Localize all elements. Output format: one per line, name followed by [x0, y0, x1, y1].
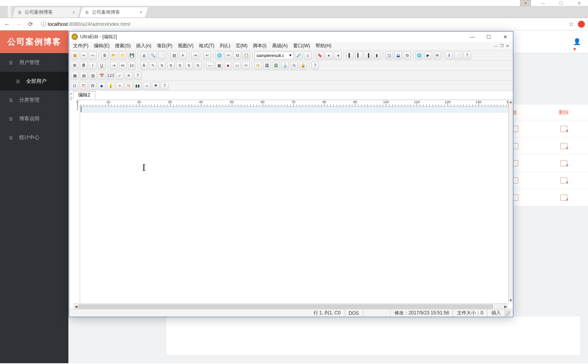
ue-close-button[interactable]: ✕	[500, 33, 511, 41]
align-icon[interactable]: ≡	[179, 52, 187, 59]
menu-format[interactable]: 格式(T)	[197, 42, 217, 50]
url-field[interactable]: ⓘ localhost:8080/a24/admin/index.html	[38, 20, 565, 29]
text-area[interactable]	[80, 107, 508, 303]
google-icon[interactable]: G	[71, 82, 79, 90]
menu-window[interactable]: 窗口(W)	[291, 42, 312, 50]
stop-icon[interactable]: ■	[224, 62, 232, 70]
underline-icon[interactable]: U	[98, 62, 106, 70]
delete-icon[interactable]	[560, 143, 567, 149]
mail-icon[interactable]: ✉	[433, 52, 441, 59]
menu-script[interactable]: 脚本(i)	[251, 42, 269, 50]
page-setup-icon[interactable]: 📄	[158, 52, 166, 59]
mdi-minimize-icon[interactable]: —	[494, 44, 498, 48]
bookmark-next-icon[interactable]: ▸	[325, 52, 333, 59]
grid2-icon[interactable]: ▤	[80, 72, 88, 80]
site-info-icon[interactable]: ⓘ	[41, 21, 46, 28]
style3-icon[interactable]: ↯	[176, 62, 184, 70]
extension-button[interactable]	[578, 21, 585, 28]
sidebar-item-category[interactable]: 🗎 分类管理	[0, 91, 68, 109]
help-context-icon[interactable]: ❔	[454, 52, 462, 59]
find-icon[interactable]: 🔎	[295, 52, 303, 59]
help3-icon[interactable]: ?	[134, 72, 142, 80]
word-wrap-icon[interactable]: ↵	[203, 52, 211, 59]
tag-icon[interactable]: ⌘	[71, 62, 79, 70]
highlight-icon[interactable]: ✎	[149, 62, 157, 70]
flag-icon[interactable]: ⚑	[152, 82, 160, 90]
close-icon[interactable]: ×	[72, 9, 75, 15]
copy-icon[interactable]: ⧉	[233, 52, 241, 59]
new-doc-icon[interactable]: 🗎	[101, 52, 109, 59]
help-icon[interactable]: ?	[463, 52, 471, 59]
wikipedia-icon[interactable]: W	[89, 82, 97, 90]
ue-titlebar[interactable]: U UltraEdit - [编辑2] — ☐ ✕	[69, 32, 513, 42]
live-icon[interactable]: ◆	[98, 82, 106, 90]
encode-icon[interactable]: ¼	[290, 62, 298, 70]
wave-icon[interactable]: ∿	[143, 82, 151, 90]
open-quick-icon[interactable]: 📁	[119, 52, 127, 59]
bookmark-prev-icon[interactable]: ◂	[334, 52, 342, 59]
ue-minimize-button[interactable]: —	[467, 33, 478, 41]
window-icon[interactable]: ▭	[233, 62, 241, 70]
info-icon[interactable]: ℹ	[445, 52, 453, 59]
sidebar-item-blogdesc[interactable]: 🗎 博客说明	[0, 109, 68, 128]
forward-button[interactable]: →	[15, 20, 23, 28]
reload-button[interactable]: ⟳	[27, 20, 34, 28]
indent-icon[interactable]: ⇥	[191, 52, 199, 59]
italic-icon[interactable]: I	[89, 62, 97, 70]
mdi-restore-icon[interactable]: ❐	[500, 44, 504, 48]
mdi-close-icon[interactable]: ✕	[506, 44, 509, 48]
style2-icon[interactable]: ↯	[167, 62, 175, 70]
lock-icon[interactable]: 🔒	[299, 62, 307, 70]
grid-icon[interactable]: ▦	[71, 72, 79, 80]
help2-icon[interactable]: ?	[311, 62, 319, 70]
horizontal-scrollbar[interactable]: ◀ ▶	[73, 303, 508, 309]
close-icon[interactable]: ×	[140, 9, 143, 15]
scroll-thumb[interactable]	[79, 305, 493, 309]
num-list-icon[interactable]: 1≡	[128, 62, 136, 70]
os-maximize-button[interactable]: ☐	[552, 0, 570, 6]
prev-icon[interactable]: ⇦	[80, 52, 88, 59]
delete-icon[interactable]	[560, 126, 567, 132]
web-icon[interactable]: 🌐	[415, 52, 423, 59]
menu-help[interactable]: 帮助(H)	[313, 42, 334, 50]
sidebar-item-stats[interactable]: 🗎 统计中心	[0, 128, 68, 147]
open-folder-icon[interactable]: 📂	[110, 52, 118, 59]
barcode-icon[interactable]: ▮▮	[134, 82, 142, 90]
document-tab[interactable]: 编辑2	[73, 91, 95, 99]
n-icon[interactable]: N	[125, 82, 133, 90]
menu-project[interactable]: 项目(P)	[154, 42, 175, 50]
scroll-left-icon[interactable]: ◀	[73, 305, 79, 309]
bold-icon[interactable]: B	[80, 62, 88, 70]
img2-icon[interactable]: 🖼	[272, 62, 280, 70]
ue-maximize-button[interactable]: ☐	[483, 33, 494, 41]
check-icon[interactable]: ✓	[116, 72, 124, 80]
os-minimize-button[interactable]: —	[534, 0, 552, 6]
vertical-scrollbar[interactable]: ▲ ▼	[508, 100, 513, 303]
menu-insert[interactable]: 插入(n)	[134, 42, 154, 50]
list-indent-icon[interactable]: ⇥	[110, 62, 118, 70]
img-icon[interactable]: 🖼	[263, 62, 271, 70]
font-color-icon[interactable]: A	[140, 62, 148, 70]
scroll-up-icon[interactable]: ▲	[509, 100, 513, 104]
calendar-icon[interactable]: 📅	[98, 72, 106, 80]
next-icon[interactable]: ⇨	[89, 52, 97, 59]
help4-icon[interactable]: ?	[161, 82, 169, 90]
globe-icon[interactable]: 🌐	[215, 52, 223, 59]
print-preview-icon[interactable]: 🔍	[149, 52, 157, 59]
resize-grip-icon[interactable]	[505, 310, 511, 316]
doc-a-icon[interactable]: ▤	[170, 52, 178, 59]
grid3-icon[interactable]: ▥	[89, 72, 97, 80]
print-icon[interactable]: 🖨	[140, 52, 148, 59]
menu-macro[interactable]: 宏(M)	[233, 42, 250, 50]
clear-icon[interactable]: ✕	[125, 72, 133, 80]
menu-search[interactable]: 搜索(S)	[113, 42, 133, 50]
os-close-button[interactable]: ✕	[570, 0, 588, 6]
delete-icon[interactable]	[560, 160, 567, 166]
table-icon[interactable]: ▦	[215, 62, 223, 70]
sun-icon[interactable]: ☀	[116, 82, 124, 90]
menu-column[interactable]: 列(L)	[217, 42, 233, 50]
align-right-icon[interactable]: ▐	[364, 52, 372, 59]
menu-view[interactable]: 视图(V)	[176, 42, 196, 50]
bookmark-icon[interactable]: 🔖	[316, 52, 324, 59]
style5-icon[interactable]: ↯	[194, 62, 202, 70]
